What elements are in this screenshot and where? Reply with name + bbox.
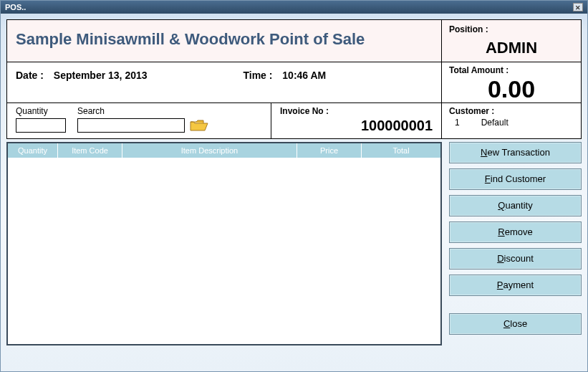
quantity-input[interactable] bbox=[16, 118, 66, 133]
customer-panel: Customer : 1 Default bbox=[442, 103, 582, 139]
invoice-panel: Invoice No : 100000001 bbox=[271, 103, 442, 139]
search-panel: Quantity Search bbox=[6, 103, 271, 139]
position-value: ADMIN bbox=[449, 39, 574, 57]
new-transaction-button[interactable]: New Transaction bbox=[449, 142, 582, 163]
remove-button[interactable]: Remove bbox=[449, 221, 582, 243]
quantity-button[interactable]: Quantity bbox=[449, 195, 582, 216]
actions-panel: New Transaction Find Customer Quantity R… bbox=[442, 142, 582, 345]
column-item-code[interactable]: Item Code bbox=[58, 143, 122, 158]
discount-button[interactable]: Discount bbox=[449, 248, 582, 270]
date-value: September 13, 2013 bbox=[54, 70, 148, 81]
time-label: Time : bbox=[243, 70, 272, 81]
total-label: Total Amount : bbox=[449, 65, 574, 75]
titlebar[interactable]: POS.. ✕ bbox=[1, 1, 587, 14]
items-grid[interactable]: Quantity Item Code Item Description Pric… bbox=[6, 142, 442, 345]
folder-open-icon[interactable] bbox=[189, 118, 209, 133]
quantity-label: Quantity bbox=[16, 106, 66, 116]
customer-name: Default bbox=[481, 118, 509, 128]
window-title: POS.. bbox=[5, 3, 26, 11]
column-total[interactable]: Total bbox=[362, 143, 440, 158]
column-item-description[interactable]: Item Description bbox=[122, 143, 297, 158]
customer-id: 1 bbox=[455, 118, 460, 128]
close-icon[interactable]: ✕ bbox=[573, 3, 583, 11]
position-label: Position : bbox=[449, 24, 574, 34]
total-amount: 0.00 bbox=[449, 77, 574, 101]
date-label: Date : bbox=[16, 70, 44, 81]
customer-label: Customer : bbox=[449, 106, 574, 116]
position-panel: Position : ADMIN bbox=[442, 19, 582, 62]
total-panel: Total Amount : 0.00 bbox=[442, 62, 582, 103]
column-price[interactable]: Price bbox=[297, 143, 362, 158]
close-button[interactable]: Close bbox=[449, 313, 582, 335]
app-title-panel: Sample Minisawmill & Woodwork Point of S… bbox=[6, 19, 442, 62]
pos-window: POS.. ✕ Sample Minisawmill & Woodwork Po… bbox=[0, 0, 588, 372]
app-title: Sample Minisawmill & Woodwork Point of S… bbox=[16, 30, 433, 49]
grid-header: Quantity Item Code Item Description Pric… bbox=[8, 143, 440, 158]
time-value: 10:46 AM bbox=[282, 70, 326, 81]
datetime-panel: Date : September 13, 2013 Time : 10:46 A… bbox=[6, 62, 442, 103]
search-input[interactable] bbox=[77, 118, 185, 133]
search-label: Search bbox=[77, 106, 209, 116]
column-quantity[interactable]: Quantity bbox=[8, 143, 58, 158]
invoice-value: 100000001 bbox=[280, 118, 433, 134]
find-customer-button[interactable]: Find Customer bbox=[449, 168, 582, 190]
invoice-label: Invoice No : bbox=[280, 106, 433, 116]
payment-button[interactable]: Payment bbox=[449, 275, 582, 296]
